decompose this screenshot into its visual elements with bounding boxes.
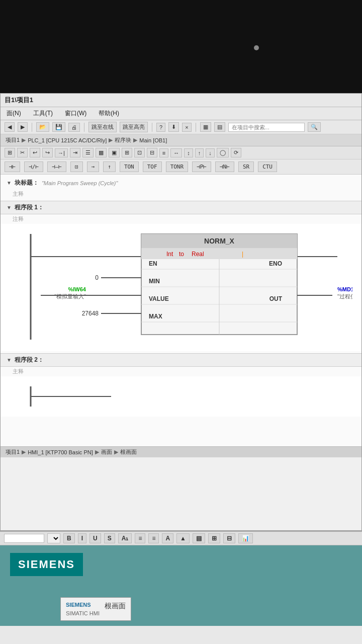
seg2-collapse[interactable]: ▼ (7, 357, 12, 363)
fn-block-name: NORM_X (204, 237, 235, 245)
v-align-btn[interactable]: ⊟ (223, 533, 235, 543)
hmi-company-info: SIEMENS SIMATIC HMI (66, 601, 100, 617)
menu-window[interactable]: 窗口(W) (63, 109, 88, 118)
bc-project[interactable]: 项目1 (6, 136, 20, 144)
seg2-comment: 主释 (1, 367, 361, 376)
subscript-button[interactable]: A₁ (118, 533, 132, 543)
tb2-btn-18[interactable]: ◯ (217, 148, 229, 157)
underline-button[interactable]: U (89, 533, 101, 543)
back-button[interactable]: ◀ (5, 122, 15, 132)
bc-main[interactable]: Main [OB1] (139, 137, 167, 143)
view-toggle-2[interactable]: ▤ (214, 122, 225, 132)
hmi-canvas[interactable]: SIEMENS SIEMENS SIMATIC HMI 根画面 (0, 545, 362, 626)
download-button[interactable]: ⬇ (168, 122, 179, 132)
chart-btn[interactable]: 📊 (238, 533, 253, 543)
status-screen: 画面 (101, 448, 112, 456)
lad-contact[interactable]: ⊣⊢ (5, 162, 20, 172)
tb2-btn-12[interactable]: ⊟ (147, 148, 157, 157)
menu-tools[interactable]: 工具(T) (31, 109, 55, 118)
block-subcomment: 主释 (1, 189, 361, 199)
forward-button[interactable]: ▶ (18, 122, 28, 132)
lad-ctu[interactable]: CTU (258, 162, 277, 172)
window-title: 目1\项目1 (5, 96, 33, 104)
lad-pcontact[interactable]: ⊣P⊢ (192, 162, 211, 172)
pin-en-label: EN (149, 260, 157, 267)
tb2-btn-4[interactable]: ↪ (42, 148, 53, 157)
search-input[interactable] (228, 123, 305, 132)
block-label-text: 块标题： (15, 179, 39, 187)
seg1-title: 程序段 1： (15, 203, 44, 212)
segment-2: ▼ 程序段 2： 主释 (1, 353, 361, 417)
tb2-btn-6[interactable]: ⇥ (70, 148, 80, 157)
search-button[interactable]: 🔍 (308, 122, 321, 132)
open-button[interactable]: 📂 (36, 122, 49, 132)
menu-view[interactable]: 面(N) (5, 109, 23, 118)
print-button[interactable]: 🖨 (68, 123, 80, 132)
font-family-input[interactable] (4, 534, 44, 543)
tb2-btn-5[interactable]: →| (55, 148, 68, 157)
segment-1-header: ▼ 程序段 1： (1, 201, 361, 214)
lad-tonr[interactable]: TONR (166, 162, 189, 172)
tb2-btn-8[interactable]: ▦ (96, 148, 107, 157)
out-label: "过程值" (337, 293, 352, 299)
italic-button[interactable]: I (78, 533, 86, 543)
tb2-btn-1[interactable]: ⊞ (5, 148, 15, 157)
main-toolbar: ◀ ▶ 📂 💾 🖨 跳至在线 跳至高亮 ? ⬇ × ▦ ▤ 🔍 (1, 120, 361, 134)
view-toggle-1[interactable]: ▦ (200, 122, 211, 132)
tb2-btn-19[interactable]: ⟳ (231, 148, 241, 157)
lad-tof[interactable]: TOF (143, 162, 162, 172)
close-toolbar-button[interactable]: × (182, 123, 191, 132)
tb2-btn-10[interactable]: ⊞ (122, 148, 132, 157)
block-comment: "Main Program Sweep (Cycle)" (42, 180, 118, 186)
tb2-btn-7[interactable]: ☰ (82, 148, 94, 157)
tb2-btn-11[interactable]: ⊡ (134, 148, 145, 157)
help-button[interactable]: ? (156, 123, 165, 132)
lad-jump[interactable]: → (87, 162, 100, 172)
tb2-btn-16[interactable]: ↑ (195, 148, 204, 157)
lad-ncoil[interactable]: ⊣N⊢ (215, 162, 234, 172)
align-left-btn[interactable]: ≡ (135, 533, 145, 543)
pin-out-label: OUT (269, 295, 283, 302)
lad-sr[interactable]: SR (238, 162, 254, 172)
webcam-indicator (254, 45, 259, 50)
highlight-btn[interactable]: ▲ (176, 533, 190, 543)
ide-window: 目1\项目1 面(N) 工具(T) 窗口(W) 帮助(H) ◀ ▶ 📂 💾 🖨 … (0, 93, 362, 531)
bc-program-blocks[interactable]: 程序块 (115, 136, 131, 144)
tb2-btn-13[interactable]: ≡ (159, 148, 168, 157)
menu-help[interactable]: 帮助(H) (97, 109, 121, 118)
border-btn[interactable]: ▤ (193, 533, 205, 543)
goto-highlight-button[interactable]: 跳至高亮 (120, 122, 148, 132)
save-button[interactable]: 💾 (52, 122, 65, 132)
seg1-comment: 注释 (1, 214, 361, 224)
lad-ncontact[interactable]: ⊣/⊢ (24, 162, 43, 172)
siemens-banner: SIEMENS (10, 553, 83, 576)
tb2-btn-2[interactable]: ✂ (17, 148, 28, 157)
lad-ton[interactable]: TON (120, 162, 139, 172)
tb2-btn-15[interactable]: ↕ (184, 148, 193, 157)
block-collapse-arrow[interactable]: ▼ (7, 180, 12, 186)
strikethrough-button[interactable]: S (104, 533, 115, 543)
goto-online-button[interactable]: 跳至在线 (88, 122, 117, 132)
bold-button[interactable]: B (63, 533, 75, 543)
code-area: ▼ 块标题： "Main Program Sweep (Cycle)" 主释 ▼… (1, 175, 361, 446)
lad-coil[interactable]: ⊣—⊢ (47, 162, 66, 172)
tb2-btn-3[interactable]: ↩ (30, 148, 40, 157)
h-align-btn[interactable]: ⊞ (208, 533, 220, 543)
font-size-select[interactable] (47, 533, 60, 543)
svg-rect-5 (141, 248, 297, 259)
status-project: 项目1 (6, 448, 20, 456)
align-center-btn[interactable]: ≡ (148, 533, 159, 543)
lad-label[interactable]: ↑ (103, 162, 116, 172)
lad-box[interactable]: ⊡ (70, 162, 83, 172)
seg2-svg (11, 381, 352, 412)
tb2-btn-17[interactable]: ↓ (206, 148, 215, 157)
seg1-collapse[interactable]: ▼ (7, 205, 12, 210)
tb2-btn-14[interactable]: ↔ (170, 148, 182, 157)
seg2-ladder (1, 376, 361, 417)
ladder-diagram-1: NORM_X Int to Real | (1, 224, 361, 351)
ladder-svg: NORM_X Int to Real | (11, 229, 352, 345)
font-color-btn[interactable]: A (162, 533, 173, 543)
bc-plc[interactable]: PLC_1 [CPU 1215C AC/DC/Rly] (28, 137, 107, 143)
tb2-btn-9[interactable]: ▣ (109, 148, 120, 157)
fn-cursor: | (242, 251, 243, 258)
